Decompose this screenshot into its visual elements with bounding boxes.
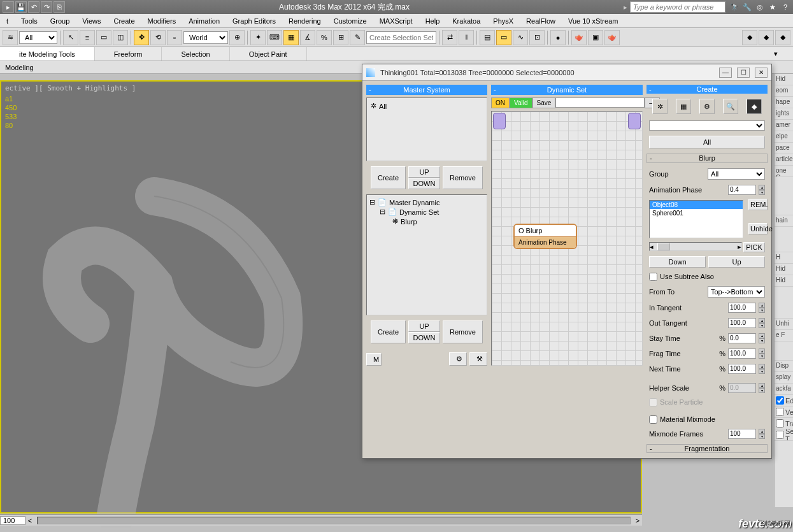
- tree-root[interactable]: ⊟📄Master Dynamic: [369, 198, 484, 207]
- menu-views[interactable]: Views: [76, 14, 107, 27]
- tree-blurp[interactable]: ❋Blurp: [369, 217, 484, 226]
- menu-edit[interactable]: t: [0, 14, 15, 27]
- in-tangent-input[interactable]: [728, 303, 756, 313]
- ribbon-tab-object-paint[interactable]: Object Paint: [230, 47, 307, 61]
- scrollbar[interactable]: ◂ ▸: [649, 242, 742, 251]
- valid-button[interactable]: Valid: [510, 97, 532, 108]
- camera-cb[interactable]: amer: [775, 120, 793, 131]
- star-icon[interactable]: ★: [768, 2, 778, 12]
- close-button[interactable]: ✕: [755, 68, 768, 78]
- menu-rendering[interactable]: Rendering: [282, 14, 327, 27]
- menu-realflow[interactable]: RealFlow: [520, 14, 562, 27]
- node-graph[interactable]: O Blurp Animation Phase: [491, 111, 643, 366]
- time-slider[interactable]: [37, 517, 631, 524]
- backface-cb[interactable]: ackfa: [775, 384, 793, 395]
- list-up-button[interactable]: Up: [708, 256, 765, 268]
- group-dropdown[interactable]: All: [708, 168, 765, 180]
- create-icon-5[interactable]: ◆: [747, 99, 762, 114]
- anim-phase-input[interactable]: [728, 185, 756, 195]
- scale-icon[interactable]: ▫: [167, 30, 182, 45]
- spinner-snap-icon[interactable]: ⊞: [333, 30, 348, 45]
- disp-btn[interactable]: Disp: [775, 361, 793, 372]
- tool2-button[interactable]: ⚒: [469, 352, 487, 366]
- edit-named-sel-icon[interactable]: ✎: [350, 30, 365, 45]
- selection-filter-dropdown[interactable]: All: [19, 31, 57, 44]
- menu-modifiers[interactable]: Modifiers: [141, 14, 183, 27]
- unhide-button[interactable]: Unhide: [748, 223, 768, 234]
- viewport-label[interactable]: ective ][ Smooth + Highlights ]: [5, 84, 136, 92]
- collapse-icon[interactable]: -: [369, 86, 371, 94]
- create-header[interactable]: - Create: [647, 85, 768, 94]
- coord-system-dropdown[interactable]: World: [183, 31, 228, 44]
- menu-create[interactable]: Create: [107, 14, 141, 27]
- ribbon-tab-selection[interactable]: Selection: [162, 47, 229, 61]
- material-mixmode-checkbox[interactable]: [649, 415, 657, 424]
- dynamic-set-header[interactable]: - Dynamic Set: [491, 85, 643, 95]
- down-button-1[interactable]: DOWN: [408, 178, 440, 189]
- schematic-icon[interactable]: ⊡: [529, 30, 545, 45]
- save-button[interactable]: Save: [532, 97, 556, 108]
- plugin2-icon[interactable]: ◆: [759, 30, 774, 45]
- output-port[interactable]: [628, 113, 641, 129]
- selection-filter-icon[interactable]: ≋: [3, 30, 18, 45]
- create-icon-3[interactable]: ⚙: [699, 99, 715, 114]
- spin-up-icon[interactable]: ▴: [759, 185, 765, 190]
- traject-cb[interactable]: Trajec: [775, 418, 793, 429]
- input-port[interactable]: [493, 113, 506, 129]
- window-crossing-icon[interactable]: ◫: [113, 30, 128, 45]
- particle-cb[interactable]: article: [775, 154, 793, 166]
- create-icon-4[interactable]: 🔍: [723, 99, 738, 114]
- minimize-button[interactable]: —: [719, 68, 732, 78]
- tool-icon[interactable]: 🔧: [742, 2, 752, 12]
- hid-btn[interactable]: Hid: [775, 264, 793, 275]
- named-sel-set-input[interactable]: [366, 31, 436, 44]
- snap-toggle-icon[interactable]: ▦: [283, 30, 299, 45]
- hid2-btn[interactable]: Hid: [775, 275, 793, 287]
- select-name-icon[interactable]: ≡: [80, 30, 95, 45]
- down-button-2[interactable]: DOWN: [408, 332, 440, 343]
- menu-animation[interactable]: Animation: [182, 14, 226, 27]
- fragmentation-header[interactable]: - Fragmentation: [647, 444, 768, 453]
- rotate-icon[interactable]: ⟲: [150, 30, 166, 45]
- ribbon-tab-modeling[interactable]: ite Modeling Tools: [0, 47, 95, 61]
- material-editor-icon[interactable]: ●: [550, 30, 566, 45]
- subribbon-label[interactable]: Modeling: [5, 64, 34, 71]
- ribbon-collapse-icon[interactable]: ▾: [774, 50, 793, 58]
- master-system-header[interactable]: - Master System: [366, 85, 487, 95]
- graphite-ribbon-icon[interactable]: ▭: [496, 30, 511, 45]
- manipulate-icon[interactable]: ✦: [250, 30, 266, 45]
- plugin3-icon[interactable]: ◆: [775, 30, 790, 45]
- layer-icon[interactable]: ▤: [480, 30, 495, 45]
- obj-item-0[interactable]: Object08: [650, 201, 743, 209]
- on-button[interactable]: ON: [491, 97, 510, 108]
- angle-snap-icon[interactable]: ∡: [300, 30, 315, 45]
- help-icon[interactable]: ?: [780, 2, 790, 12]
- frag-time-input[interactable]: [728, 349, 756, 359]
- menu-maxscript[interactable]: MAXScript: [373, 14, 419, 27]
- pivot-icon[interactable]: ⊕: [229, 30, 245, 45]
- app-menu[interactable]: ▸: [3, 1, 14, 13]
- save-icon[interactable]: 💾: [15, 1, 27, 13]
- list-down-button[interactable]: Down: [649, 256, 706, 268]
- up-button-1[interactable]: UP: [408, 166, 440, 178]
- next-time-input[interactable]: [728, 364, 756, 374]
- percent-snap-icon[interactable]: %: [317, 30, 332, 45]
- menu-vue[interactable]: Vue 10 xStream: [562, 14, 624, 27]
- blurp-node[interactable]: O Blurp Animation Phase: [513, 224, 577, 249]
- create-icon-1[interactable]: ✲: [652, 99, 668, 114]
- timeline-next-icon[interactable]: >: [633, 517, 642, 524]
- bone-cb[interactable]: one C: [775, 166, 793, 177]
- menu-help[interactable]: Help: [419, 14, 447, 27]
- keyboard-icon[interactable]: ⌨: [267, 30, 282, 45]
- render-icon[interactable]: 🫖: [604, 30, 620, 45]
- create-icon-2[interactable]: ▦: [676, 99, 691, 114]
- current-frame-input[interactable]: [0, 516, 25, 525]
- target-icon[interactable]: ◎: [755, 2, 765, 12]
- maximize-button[interactable]: ☐: [737, 68, 750, 78]
- timeline-prev-icon[interactable]: <: [25, 517, 34, 524]
- render-frame-icon[interactable]: ▣: [588, 30, 603, 45]
- master-system-list[interactable]: ✲ All: [366, 97, 487, 161]
- space-cb[interactable]: pace: [775, 143, 793, 154]
- vertex-cb[interactable]: Vertex: [775, 406, 793, 418]
- lights-cb[interactable]: ights: [775, 108, 793, 120]
